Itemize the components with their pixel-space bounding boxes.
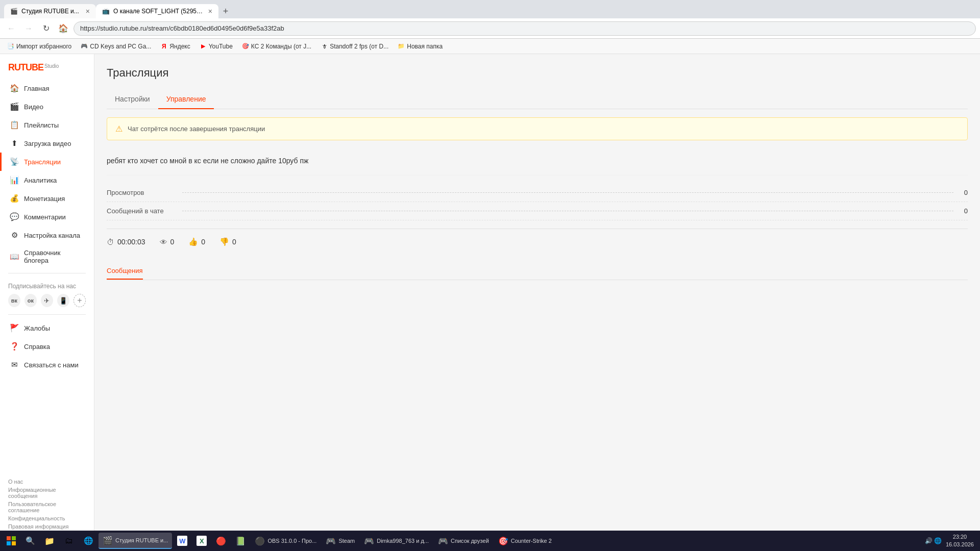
monetize-icon: 💰 [10,194,19,203]
taskbar-studio-label: Студия RUTUBE и... [115,537,168,543]
stat-views-dots [182,192,953,193]
logo-studio: Studio [44,63,59,69]
home-button[interactable]: 🏠 [56,21,70,36]
footer-about[interactable]: О нас [8,479,23,485]
sidebar-logo: RUTUBEStudio [0,54,94,79]
sidebar-item-analytics[interactable]: 📊 Аналитика [0,171,94,189]
browser-tab-2[interactable]: 📺 О канале SOFT_LIGHT (52952907... × [96,4,218,18]
taskbar-word[interactable]: W [173,533,191,549]
viewers-value: 0 [170,238,175,246]
taskbar-whatsapp[interactable]: 📗 [231,533,250,549]
stat-row-views: Просмотров 0 [107,184,968,202]
viber-social-icon[interactable]: 📱 [57,294,69,307]
messages-tab-button[interactable]: Сообщения [107,263,143,280]
sidebar-item-monetize[interactable]: 💰 Монетизация [0,189,94,208]
analytics-icon: 📊 [10,176,19,185]
bookmark-cs2[interactable]: 🎯 КС 2 Команды (от J... [239,42,314,51]
taskbar-obs[interactable]: ⚫ OBS 31.0.0 - Про... [251,533,321,549]
sidebar-item-playlists-label: Плейлисты [24,121,59,129]
taskbar-steam2[interactable]: 🎮 Dimka998_763 и д... [360,533,433,549]
likes-icon: 👍 [188,237,198,246]
footer-tos[interactable]: Пользовательское соглашение [8,501,86,513]
sidebar-item-blog-guide[interactable]: 📖 Справочник блогера [0,244,94,269]
tab-settings[interactable]: Настройки [107,90,158,109]
browser-tab-1[interactable]: 🎬 Студия RUTUBE и... × [4,4,96,18]
warning-banner: ⚠ Чат сотрётся после завершения трансляц… [107,117,968,140]
taskbar-cs2-label: Counter-Strike 2 [511,538,552,544]
stat-views-value: 0 [958,189,968,196]
bookmark-cdkeys[interactable]: 🎮 CD Keys and PC Ga... [78,42,154,51]
bookmark-cdkeys-icon: 🎮 [81,43,88,50]
footer-privacy[interactable]: Конфиденциальность [8,515,65,521]
taskbar-cs2[interactable]: 🎯 Counter-Strike 2 [494,533,556,549]
sidebar: RUTUBEStudio 🏠 Главная 🎬 Видео 📋 Плейлис… [0,54,94,551]
taskbar-app1[interactable]: 🔴 [212,533,230,549]
bookmark-yandex[interactable]: Я Яндекс [157,42,193,51]
bookmark-youtube[interactable]: ▶ YouTube [197,42,236,51]
bookmark-import[interactable]: 📑 Импорт избранного [4,42,75,51]
complaints-icon: 🚩 [10,323,19,333]
add-social-button[interactable]: + [74,294,86,307]
new-tab-button[interactable]: + [218,4,233,18]
telegram-social-icon[interactable]: ✈ [41,294,53,307]
word-icon: W [177,536,187,546]
taskbar-files[interactable]: 🗂 [60,533,78,549]
bookmark-import-icon: 📑 [7,43,14,50]
sidebar-item-upload[interactable]: ⬆ Загрузка видео [0,134,94,153]
forward-button[interactable]: → [21,21,36,36]
tab2-favicon: 📺 [102,8,109,15]
bookmark-standoff[interactable]: 🗡 Standoff 2 fps (от D... [317,42,391,51]
sidebar-item-home[interactable]: 🏠 Главная [0,79,94,97]
address-bar[interactable]: https://studio.rutube.ru/stream/c6bdb018… [74,21,976,36]
taskbar-steam1[interactable]: 🎮 Steam [322,533,359,549]
back-button[interactable]: ← [4,21,18,36]
taskbar-steam3[interactable]: 🎮 Список друзей [434,533,493,549]
stats-section: Просмотров 0 Сообщений в чате 0 [107,176,968,229]
page-title: Трансляция [107,66,968,80]
likes-value: 0 [201,238,205,246]
warning-icon: ⚠ [115,124,122,134]
bookmark-folder-icon: 📁 [398,43,405,50]
taskbar-browser[interactable]: 🌐 [79,533,97,549]
tab2-close[interactable]: × [208,7,212,15]
whatsapp-icon: 📗 [235,536,246,546]
sidebar-item-blog-guide-label: Справочник блогера [24,249,86,264]
sidebar-item-comments-label: Комментарии [24,213,66,221]
bookmark-folder[interactable]: 📁 Новая папка [395,42,446,51]
dislikes-icon: 👎 [219,237,229,246]
bookmark-yandex-icon: Я [160,43,167,50]
messages-tab-section: Сообщения [107,263,968,288]
sidebar-navigation: 🏠 Главная 🎬 Видео 📋 Плейлисты ⬆ Загрузка… [0,79,94,474]
stream-dislikes: 👎 0 [219,237,236,246]
sidebar-item-contact[interactable]: ✉ Связаться с нами [0,356,94,374]
taskbar-explorer[interactable]: 📁 [40,533,59,549]
bookmark-standoff-icon: 🗡 [321,43,328,50]
sidebar-item-comments[interactable]: 💬 Комментарии [0,208,94,226]
svg-rect-1 [12,536,16,540]
dislikes-value: 0 [232,238,236,246]
tab-management[interactable]: Управление [158,90,214,109]
taskbar-excel[interactable]: X [192,533,211,549]
stream-viewers: 👁 0 [160,238,175,246]
sidebar-item-channel-settings[interactable]: ⚙ Настройка канала [0,226,94,244]
steam3-icon: 🎮 [438,536,448,546]
vk-social-icon[interactable]: вк [8,294,20,307]
sidebar-item-help[interactable]: ❓ Справка [0,337,94,356]
taskbar-search-button[interactable]: 🔍 [21,533,39,549]
sidebar-item-analytics-label: Аналитика [24,177,57,184]
refresh-button[interactable]: ↻ [39,21,53,36]
tab1-title: Студия RUTUBE и... [21,8,82,15]
start-button[interactable] [2,533,20,549]
sidebar-item-help-label: Справка [24,343,50,350]
sidebar-item-playlists[interactable]: 📋 Плейлисты [0,116,94,134]
taskbar-studio[interactable]: 🎬 Студия RUTUBE и... [99,533,172,549]
bookmarks-bar: 📑 Импорт избранного 🎮 CD Keys and PC Ga.… [0,39,980,54]
tabs-bar: Настройки Управление [107,90,968,109]
footer-info[interactable]: Информационные сообщения [8,487,86,499]
footer-legal[interactable]: Правовая информация [8,523,68,530]
sidebar-item-complaints[interactable]: 🚩 Жалобы [0,319,94,337]
ok-social-icon[interactable]: ок [24,294,37,307]
sidebar-item-streams[interactable]: 📡 Трансляции [0,153,94,171]
tab1-close[interactable]: × [86,7,90,15]
sidebar-item-video[interactable]: 🎬 Видео [0,97,94,116]
